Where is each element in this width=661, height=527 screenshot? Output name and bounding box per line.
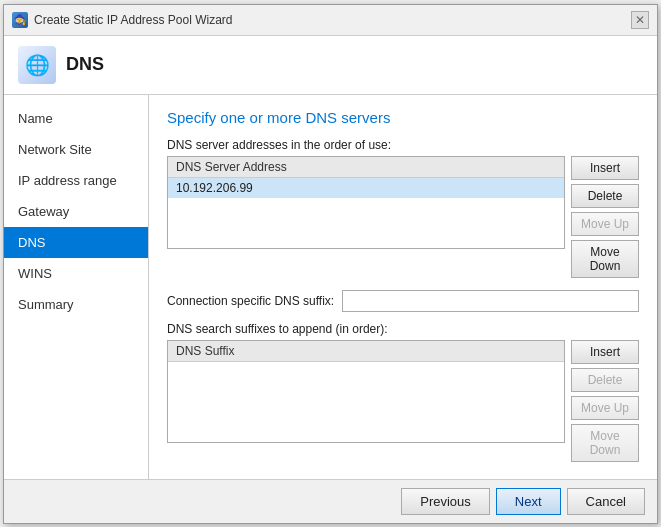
close-button[interactable]: ✕ <box>631 11 649 29</box>
suffix-input[interactable] <box>342 290 639 312</box>
dns-insert-button[interactable]: Insert <box>571 156 639 180</box>
dns-table-empty <box>168 198 564 248</box>
content-area: Name Network Site IP address range Gatew… <box>4 95 657 479</box>
section-title: Specify one or more DNS servers <box>167 109 639 126</box>
suffix-row: Connection specific DNS suffix: <box>167 290 639 312</box>
dns-table-box: DNS Server Address 10.192.206.99 <box>167 156 565 249</box>
main-window: 🧙 Create Static IP Address Pool Wizard ✕… <box>3 4 658 524</box>
dns-table-section: DNS server addresses in the order of use… <box>167 138 639 278</box>
title-bar-left: 🧙 Create Static IP Address Pool Wizard <box>12 12 233 28</box>
window-title: Create Static IP Address Pool Wizard <box>34 13 233 27</box>
sidebar: Name Network Site IP address range Gatew… <box>4 95 149 479</box>
header-title: DNS <box>66 54 104 75</box>
dns-suffix-btn-group: Insert Delete Move Up Move Down <box>571 340 639 462</box>
dns-suffix-table-box: DNS Suffix <box>167 340 565 443</box>
dns-move-up-button[interactable]: Move Up <box>571 212 639 236</box>
title-bar: 🧙 Create Static IP Address Pool Wizard ✕ <box>4 5 657 36</box>
sidebar-item-dns[interactable]: DNS <box>4 227 148 258</box>
main-panel: Specify one or more DNS servers DNS serv… <box>149 95 657 479</box>
footer: Previous Next Cancel <box>4 479 657 523</box>
suffix-delete-button[interactable]: Delete <box>571 368 639 392</box>
sidebar-item-name[interactable]: Name <box>4 103 148 134</box>
dns-suffix-table-empty <box>168 362 564 442</box>
wizard-icon: 🧙 <box>12 12 28 28</box>
dns-suffix-table-with-buttons: DNS Suffix Insert Delete Move Up Move Do… <box>167 340 639 462</box>
sidebar-item-wins[interactable]: WINS <box>4 258 148 289</box>
dns-delete-button[interactable]: Delete <box>571 184 639 208</box>
dns-table-header: DNS Server Address <box>168 157 564 178</box>
dns-search-label: DNS search suffixes to append (in order)… <box>167 322 639 336</box>
dns-suffix-table-header: DNS Suffix <box>168 341 564 362</box>
dns-search-section: DNS search suffixes to append (in order)… <box>167 322 639 462</box>
dns-move-down-button[interactable]: Move Down <box>571 240 639 278</box>
sidebar-item-ip-range[interactable]: IP address range <box>4 165 148 196</box>
suffix-move-down-button[interactable]: Move Down <box>571 424 639 462</box>
dns-table-label: DNS server addresses in the order of use… <box>167 138 639 152</box>
dns-btn-group: Insert Delete Move Up Move Down <box>571 156 639 278</box>
header-icon: 🌐 <box>18 46 56 84</box>
suffix-label: Connection specific DNS suffix: <box>167 294 334 308</box>
suffix-move-up-button[interactable]: Move Up <box>571 396 639 420</box>
next-button[interactable]: Next <box>496 488 561 515</box>
sidebar-item-gateway[interactable]: Gateway <box>4 196 148 227</box>
suffix-insert-button[interactable]: Insert <box>571 340 639 364</box>
sidebar-item-summary[interactable]: Summary <box>4 289 148 320</box>
dns-table-row[interactable]: 10.192.206.99 <box>168 178 564 198</box>
previous-button[interactable]: Previous <box>401 488 490 515</box>
sidebar-item-network-site[interactable]: Network Site <box>4 134 148 165</box>
cancel-button[interactable]: Cancel <box>567 488 645 515</box>
dns-table-with-buttons: DNS Server Address 10.192.206.99 Insert … <box>167 156 639 278</box>
dns-icon: 🌐 <box>25 53 50 77</box>
header-band: 🌐 DNS <box>4 36 657 95</box>
